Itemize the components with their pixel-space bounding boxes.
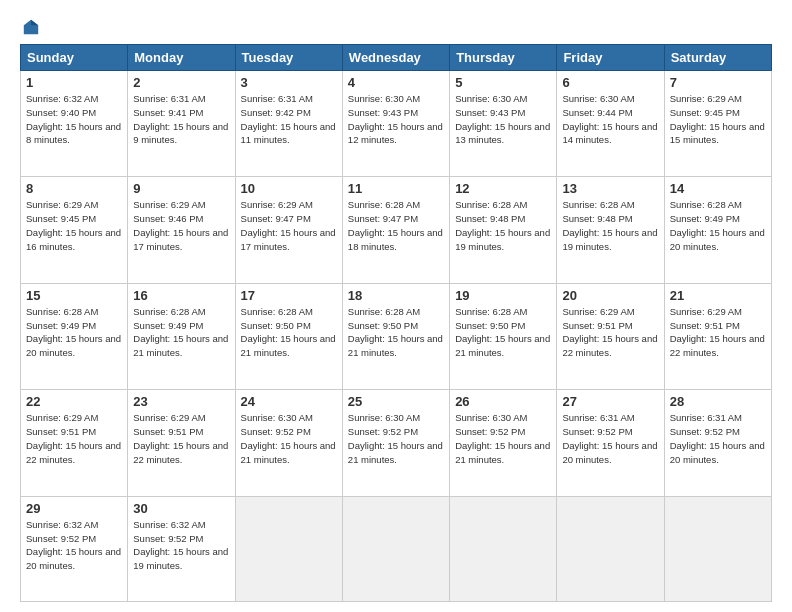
day-cell: 21 Sunrise: 6:29 AM Sunset: 9:51 PM Dayl… [664, 283, 771, 389]
day-number: 24 [241, 394, 337, 409]
day-cell: 25 Sunrise: 6:30 AM Sunset: 9:52 PM Dayl… [342, 390, 449, 496]
day-number: 23 [133, 394, 229, 409]
day-number: 1 [26, 75, 122, 90]
day-cell: 14 Sunrise: 6:28 AM Sunset: 9:49 PM Dayl… [664, 177, 771, 283]
empty-cell [557, 496, 664, 601]
day-number: 30 [133, 501, 229, 516]
day-number: 13 [562, 181, 658, 196]
day-number: 27 [562, 394, 658, 409]
day-info: Sunrise: 6:29 AM Sunset: 9:47 PM Dayligh… [241, 198, 337, 253]
day-cell: 17 Sunrise: 6:28 AM Sunset: 9:50 PM Dayl… [235, 283, 342, 389]
day-info: Sunrise: 6:30 AM Sunset: 9:52 PM Dayligh… [241, 411, 337, 466]
day-number: 12 [455, 181, 551, 196]
day-cell: 26 Sunrise: 6:30 AM Sunset: 9:52 PM Dayl… [450, 390, 557, 496]
day-number: 5 [455, 75, 551, 90]
day-info: Sunrise: 6:30 AM Sunset: 9:52 PM Dayligh… [455, 411, 551, 466]
day-info: Sunrise: 6:29 AM Sunset: 9:51 PM Dayligh… [133, 411, 229, 466]
header-saturday: Saturday [664, 45, 771, 71]
day-info: Sunrise: 6:28 AM Sunset: 9:49 PM Dayligh… [133, 305, 229, 360]
day-info: Sunrise: 6:29 AM Sunset: 9:46 PM Dayligh… [133, 198, 229, 253]
header-thursday: Thursday [450, 45, 557, 71]
day-number: 26 [455, 394, 551, 409]
day-number: 18 [348, 288, 444, 303]
day-info: Sunrise: 6:28 AM Sunset: 9:49 PM Dayligh… [670, 198, 766, 253]
empty-cell [342, 496, 449, 601]
day-info: Sunrise: 6:28 AM Sunset: 9:50 PM Dayligh… [241, 305, 337, 360]
calendar-row: 8 Sunrise: 6:29 AM Sunset: 9:45 PM Dayli… [21, 177, 772, 283]
calendar-table: Sunday Monday Tuesday Wednesday Thursday… [20, 44, 772, 602]
day-number: 4 [348, 75, 444, 90]
day-number: 25 [348, 394, 444, 409]
empty-cell [450, 496, 557, 601]
day-number: 14 [670, 181, 766, 196]
svg-marker-1 [31, 20, 38, 25]
calendar-row: 29 Sunrise: 6:32 AM Sunset: 9:52 PM Dayl… [21, 496, 772, 601]
day-cell: 7 Sunrise: 6:29 AM Sunset: 9:45 PM Dayli… [664, 71, 771, 177]
day-cell: 1 Sunrise: 6:32 AM Sunset: 9:40 PM Dayli… [21, 71, 128, 177]
day-number: 11 [348, 181, 444, 196]
day-info: Sunrise: 6:31 AM Sunset: 9:52 PM Dayligh… [562, 411, 658, 466]
day-info: Sunrise: 6:28 AM Sunset: 9:50 PM Dayligh… [455, 305, 551, 360]
day-info: Sunrise: 6:32 AM Sunset: 9:40 PM Dayligh… [26, 92, 122, 147]
day-info: Sunrise: 6:31 AM Sunset: 9:42 PM Dayligh… [241, 92, 337, 147]
day-cell: 28 Sunrise: 6:31 AM Sunset: 9:52 PM Dayl… [664, 390, 771, 496]
day-cell: 19 Sunrise: 6:28 AM Sunset: 9:50 PM Dayl… [450, 283, 557, 389]
day-number: 22 [26, 394, 122, 409]
day-cell: 15 Sunrise: 6:28 AM Sunset: 9:49 PM Dayl… [21, 283, 128, 389]
day-info: Sunrise: 6:32 AM Sunset: 9:52 PM Dayligh… [133, 518, 229, 573]
day-number: 3 [241, 75, 337, 90]
day-number: 6 [562, 75, 658, 90]
day-number: 16 [133, 288, 229, 303]
day-cell: 2 Sunrise: 6:31 AM Sunset: 9:41 PM Dayli… [128, 71, 235, 177]
header-sunday: Sunday [21, 45, 128, 71]
day-info: Sunrise: 6:30 AM Sunset: 9:44 PM Dayligh… [562, 92, 658, 147]
day-cell: 22 Sunrise: 6:29 AM Sunset: 9:51 PM Dayl… [21, 390, 128, 496]
day-info: Sunrise: 6:30 AM Sunset: 9:52 PM Dayligh… [348, 411, 444, 466]
day-info: Sunrise: 6:31 AM Sunset: 9:41 PM Dayligh… [133, 92, 229, 147]
day-info: Sunrise: 6:28 AM Sunset: 9:50 PM Dayligh… [348, 305, 444, 360]
calendar-header-row: Sunday Monday Tuesday Wednesday Thursday… [21, 45, 772, 71]
day-cell: 20 Sunrise: 6:29 AM Sunset: 9:51 PM Dayl… [557, 283, 664, 389]
day-cell: 10 Sunrise: 6:29 AM Sunset: 9:47 PM Dayl… [235, 177, 342, 283]
day-cell: 4 Sunrise: 6:30 AM Sunset: 9:43 PM Dayli… [342, 71, 449, 177]
day-number: 10 [241, 181, 337, 196]
day-cell: 8 Sunrise: 6:29 AM Sunset: 9:45 PM Dayli… [21, 177, 128, 283]
day-number: 7 [670, 75, 766, 90]
day-cell: 24 Sunrise: 6:30 AM Sunset: 9:52 PM Dayl… [235, 390, 342, 496]
day-info: Sunrise: 6:29 AM Sunset: 9:45 PM Dayligh… [670, 92, 766, 147]
day-cell: 11 Sunrise: 6:28 AM Sunset: 9:47 PM Dayl… [342, 177, 449, 283]
header-monday: Monday [128, 45, 235, 71]
day-info: Sunrise: 6:28 AM Sunset: 9:48 PM Dayligh… [562, 198, 658, 253]
empty-cell [664, 496, 771, 601]
day-info: Sunrise: 6:28 AM Sunset: 9:48 PM Dayligh… [455, 198, 551, 253]
day-number: 19 [455, 288, 551, 303]
day-cell: 3 Sunrise: 6:31 AM Sunset: 9:42 PM Dayli… [235, 71, 342, 177]
day-info: Sunrise: 6:29 AM Sunset: 9:51 PM Dayligh… [670, 305, 766, 360]
day-info: Sunrise: 6:32 AM Sunset: 9:52 PM Dayligh… [26, 518, 122, 573]
day-info: Sunrise: 6:30 AM Sunset: 9:43 PM Dayligh… [455, 92, 551, 147]
day-number: 9 [133, 181, 229, 196]
day-cell: 27 Sunrise: 6:31 AM Sunset: 9:52 PM Dayl… [557, 390, 664, 496]
day-number: 21 [670, 288, 766, 303]
day-number: 28 [670, 394, 766, 409]
header-wednesday: Wednesday [342, 45, 449, 71]
header-tuesday: Tuesday [235, 45, 342, 71]
calendar-row: 15 Sunrise: 6:28 AM Sunset: 9:49 PM Dayl… [21, 283, 772, 389]
day-number: 29 [26, 501, 122, 516]
day-cell: 13 Sunrise: 6:28 AM Sunset: 9:48 PM Dayl… [557, 177, 664, 283]
header-friday: Friday [557, 45, 664, 71]
header [20, 18, 772, 36]
calendar-row: 1 Sunrise: 6:32 AM Sunset: 9:40 PM Dayli… [21, 71, 772, 177]
day-cell: 18 Sunrise: 6:28 AM Sunset: 9:50 PM Dayl… [342, 283, 449, 389]
day-cell: 23 Sunrise: 6:29 AM Sunset: 9:51 PM Dayl… [128, 390, 235, 496]
logo [20, 18, 40, 36]
day-cell: 29 Sunrise: 6:32 AM Sunset: 9:52 PM Dayl… [21, 496, 128, 601]
day-number: 2 [133, 75, 229, 90]
day-cell: 30 Sunrise: 6:32 AM Sunset: 9:52 PM Dayl… [128, 496, 235, 601]
day-cell: 9 Sunrise: 6:29 AM Sunset: 9:46 PM Dayli… [128, 177, 235, 283]
day-info: Sunrise: 6:28 AM Sunset: 9:49 PM Dayligh… [26, 305, 122, 360]
day-number: 15 [26, 288, 122, 303]
logo-icon [22, 18, 40, 36]
calendar-row: 22 Sunrise: 6:29 AM Sunset: 9:51 PM Dayl… [21, 390, 772, 496]
page: Sunday Monday Tuesday Wednesday Thursday… [0, 0, 792, 612]
